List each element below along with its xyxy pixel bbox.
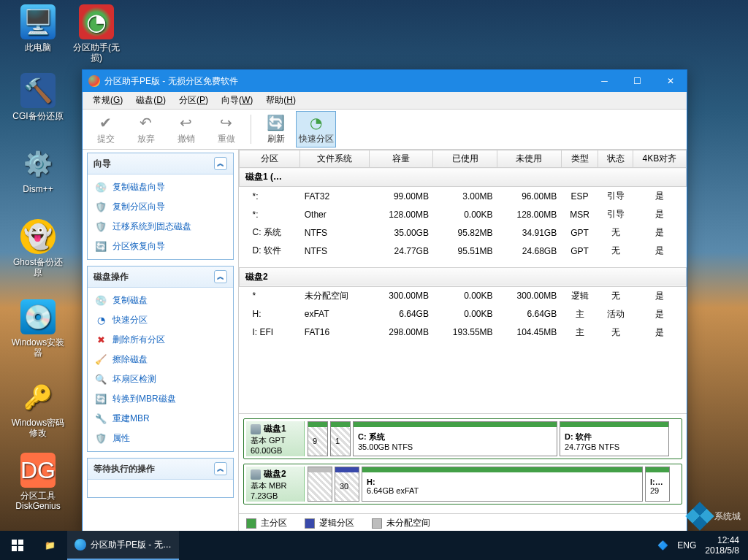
titlebar[interactable]: 分区助手PE版 - 无损分区免费软件 ─ ☐ ✕ xyxy=(83,70,687,92)
tb-commit[interactable]: ✔提交 xyxy=(85,111,126,147)
desktop-icon-ghost[interactable]: 👻Ghost备份还原 xyxy=(10,219,66,277)
legend-logical: 逻辑分区 xyxy=(305,517,354,529)
table-row[interactable]: C: 系统NTFS35.00GB95.82MB34.91GBGPT无是 xyxy=(240,223,687,242)
tray-lang[interactable]: ENG xyxy=(677,540,696,551)
column-header[interactable]: 文件系统 xyxy=(300,150,370,168)
table-row[interactable]: H:exFAT6.64GB0.00KB6.64GB主活动是 xyxy=(240,305,687,323)
menu-wizard[interactable]: 向导(W) xyxy=(215,93,259,108)
partition-block[interactable] xyxy=(308,467,332,502)
op-quick-partition[interactable]: ◔快速分区 xyxy=(88,310,233,330)
disk-row[interactable]: 磁盘1基本 GPT60.00GB91C: 系统35.00GB NTFSD: 软件… xyxy=(243,418,682,459)
disk-map: 磁盘1基本 GPT60.00GB91C: 系统35.00GB NTFSD: 软件… xyxy=(239,413,687,513)
rebuild-icon: 🔧 xyxy=(95,413,107,425)
app-window: 分区助手PE版 - 无损分区免费软件 ─ ☐ ✕ 常规(G) 磁盘(D) 分区(… xyxy=(82,69,687,533)
panel-header-diskops[interactable]: 磁盘操作︽ xyxy=(88,266,233,288)
table-row[interactable]: I: EFIFAT16298.00MB193.55MB104.45MB主无是 xyxy=(240,323,687,342)
chevron-up-icon[interactable]: ︽ xyxy=(214,157,227,170)
op-convert-mbr[interactable]: 🔄转换到MBR磁盘 xyxy=(88,389,233,409)
column-header[interactable]: 状态 xyxy=(598,150,633,168)
wizard-migrate-ssd[interactable]: 🛡️迁移系统到固态磁盘 xyxy=(88,217,233,237)
taskbar-app[interactable]: 分区助手PE版 - 无… xyxy=(67,531,179,560)
disk-icon: 💿 xyxy=(95,182,107,193)
panel-header-wizard[interactable]: 向导︽ xyxy=(88,153,233,174)
taskbar[interactable]: 📁 分区助手PE版 - 无… 🔷 ENG 12:44 2018/5/8 xyxy=(0,531,748,560)
table-row[interactable]: *未分配空间300.00MB0.00KB300.00MB逻辑无是 xyxy=(240,286,687,305)
group-header[interactable]: 磁盘2 xyxy=(240,267,687,286)
undo-icon: ↩ xyxy=(178,114,195,131)
panel-header-pending[interactable]: 等待执行的操作︽ xyxy=(88,459,233,480)
minimize-button[interactable]: ─ xyxy=(588,70,621,92)
tb-discard[interactable]: ↶放弃 xyxy=(126,111,166,147)
desktop-icon-diskgenius[interactable]: DG分区工具DiskGenius xyxy=(10,453,66,511)
wizard-recover-partition[interactable]: 🔄分区恢复向导 xyxy=(88,237,233,256)
tb-redo[interactable]: ↪重做 xyxy=(206,111,246,147)
table-row[interactable]: D: 软件NTFS24.77GB95.51MB24.68GBGPT无是 xyxy=(240,242,687,260)
column-header[interactable]: 分区 xyxy=(240,150,300,168)
desktop-icon-this-pc[interactable]: 🖥️此电脑 xyxy=(10,4,66,53)
op-delete-all[interactable]: ✖删除所有分区 xyxy=(88,330,233,350)
check-icon: 🔍 xyxy=(95,374,107,386)
op-properties[interactable]: 🛡️属性 xyxy=(88,429,233,448)
op-wipe-disk[interactable]: 🧹擦除磁盘 xyxy=(88,350,233,369)
ssd-icon: 🛡️ xyxy=(95,221,107,233)
partition-block[interactable]: 30 xyxy=(335,467,359,502)
maximize-button[interactable]: ☐ xyxy=(621,70,654,92)
partition-block[interactable]: H:6.64GB exFAT xyxy=(362,467,643,502)
partition-block[interactable]: 1 xyxy=(330,421,351,456)
tb-refresh[interactable]: 🔄刷新 xyxy=(256,111,296,147)
watermark: 系统城 xyxy=(690,506,741,526)
toolbar: ✔提交 ↶放弃 ↩撤销 ↪重做 🔄刷新 ◔快速分区 xyxy=(83,110,687,150)
panel-disk-ops: 磁盘操作︽ 💿复制磁盘 ◔快速分区 ✖删除所有分区 🧹擦除磁盘 🔍坏扇区检测 🔄… xyxy=(87,266,234,452)
desktop-icon-winpass[interactable]: 🔑Windows密码修改 xyxy=(10,380,66,438)
desktop-icon-dism[interactable]: ⚙️Dism++ xyxy=(10,146,66,194)
menu-disk[interactable]: 磁盘(D) xyxy=(130,93,172,108)
tray-network-icon[interactable]: 🔷 xyxy=(657,540,668,551)
op-copy-disk[interactable]: 💿复制磁盘 xyxy=(88,291,233,310)
partition-block[interactable]: 9 xyxy=(308,421,328,456)
column-header[interactable]: 类型 xyxy=(561,150,598,168)
partition-block[interactable]: C: 系统35.00GB NTFS xyxy=(353,421,557,456)
wizard-copy-disk[interactable]: 💿复制磁盘向导 xyxy=(88,177,233,197)
window-title: 分区助手PE版 - 无损分区免费软件 xyxy=(104,75,588,88)
table-row[interactable]: *:FAT3299.00MB3.00MB96.00MBESP引导是 xyxy=(240,187,687,206)
disk-row[interactable]: 磁盘2基本 MBR7.23GB30H:6.64GB exFATI:…29 xyxy=(243,464,682,505)
menu-help[interactable]: 帮助(H) xyxy=(260,93,302,108)
column-header[interactable]: 容量 xyxy=(369,150,433,168)
start-button[interactable] xyxy=(0,531,35,560)
partition-block[interactable]: I:…29 xyxy=(645,467,670,502)
desktop-icon-wininstall[interactable]: 💿Windows安装器 xyxy=(10,299,66,358)
column-header[interactable]: 已使用 xyxy=(433,150,497,168)
refresh-icon: 🔄 xyxy=(267,114,285,131)
copy-icon: 💿 xyxy=(95,295,107,307)
op-bad-sector[interactable]: 🔍坏扇区检测 xyxy=(88,369,233,389)
menu-partition[interactable]: 分区(P) xyxy=(173,93,214,108)
column-header[interactable]: 未使用 xyxy=(497,150,562,168)
partition-grid[interactable]: 分区文件系统容量已使用未使用类型状态4KB对齐 磁盘1 (…*:FAT3299.… xyxy=(239,150,687,413)
column-header[interactable]: 4KB对齐 xyxy=(633,150,686,168)
system-tray[interactable]: 🔷 ENG 12:44 2018/5/8 xyxy=(649,535,748,556)
table-row[interactable]: *:Other128.00MB0.00KB128.00MBMSR引导是 xyxy=(240,205,687,223)
tray-clock[interactable]: 12:44 2018/5/8 xyxy=(705,535,739,556)
panel-pending: 等待执行的操作︽ xyxy=(87,458,234,498)
wipe-icon: 🧹 xyxy=(95,354,107,366)
close-button[interactable]: ✕ xyxy=(654,70,687,92)
desktop-icon-cgi[interactable]: 🔨CGI备份还原 xyxy=(10,73,66,121)
taskbar-explorer[interactable]: 📁 xyxy=(35,540,64,551)
legend-unalloc: 未分配空间 xyxy=(372,517,430,529)
desktop-icon-partition-assist[interactable]: ◔分区助手(无损) xyxy=(69,4,124,63)
op-rebuild-mbr[interactable]: 🔧重建MBR xyxy=(88,409,233,429)
legend-primary: 主分区 xyxy=(246,517,287,529)
tb-quick-partition[interactable]: ◔快速分区 xyxy=(296,111,336,147)
chevron-up-icon[interactable]: ︽ xyxy=(214,462,227,475)
chevron-up-icon[interactable]: ︽ xyxy=(214,270,227,283)
group-header[interactable]: 磁盘1 (… xyxy=(240,168,687,187)
menubar: 常规(G) 磁盘(D) 分区(P) 向导(W) 帮助(H) xyxy=(83,92,687,110)
partition-icon: 🛡️ xyxy=(95,202,107,213)
menu-general[interactable]: 常规(G) xyxy=(87,93,129,108)
tb-undo[interactable]: ↩撤销 xyxy=(166,111,206,147)
delete-icon: ✖ xyxy=(95,334,107,346)
partition-block[interactable]: D: 软件24.77GB NTFS xyxy=(560,421,669,456)
toolbar-separator xyxy=(251,115,251,144)
wizard-copy-partition[interactable]: 🛡️复制分区向导 xyxy=(88,197,233,217)
convert-icon: 🔄 xyxy=(95,394,107,405)
